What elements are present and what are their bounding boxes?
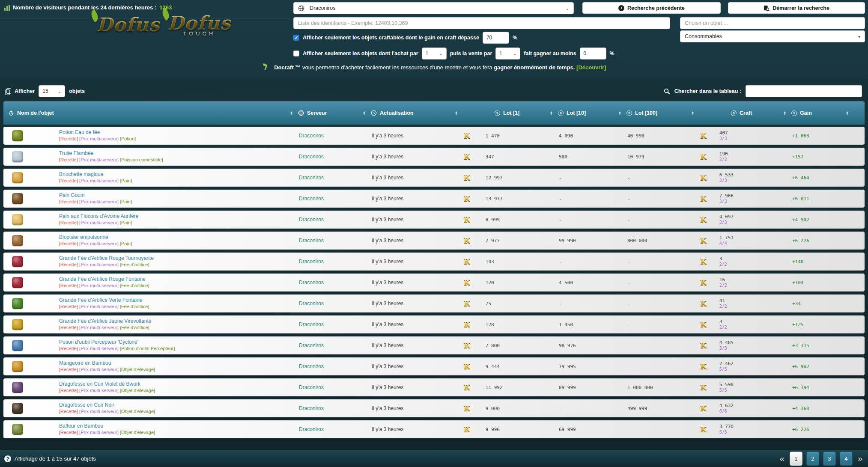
item-name-link[interactable]: Truite Flambée [59,150,292,157]
item-tag[interactable]: [Objet d'élevage] [120,367,155,372]
item-tag[interactable]: [Fée d'artifice] [120,262,149,267]
item-tag[interactable]: [Prix multi-serveur] [79,220,119,225]
discover-link[interactable]: [Découvrir] [576,64,606,71]
item-tag[interactable]: [Potion d'oubli Percepteur] [120,346,175,351]
item-tag[interactable]: [Fée d'artifice] [120,325,149,330]
item-tag[interactable]: [Prix multi-serveur] [79,388,119,393]
sort-icon[interactable]: ▲▼ [618,111,621,115]
page-button[interactable]: 4 [840,452,853,466]
item-tag[interactable]: [Prix multi-serveur] [79,136,119,141]
item-name-link[interactable]: Grande Fée d'Artifice Rouge Fontaine [59,276,292,283]
resale-gain-input[interactable]: 0 [580,48,606,59]
item-tag[interactable]: [Prix multi-serveur] [79,304,119,309]
column-header-gain[interactable]: $ Gain ▲▼ [789,101,851,125]
last-page-icon[interactable]: » [856,454,864,464]
item-tag[interactable]: [Recette] [59,241,78,246]
item-tag[interactable]: [Potion] [120,136,136,141]
item-tag[interactable]: [Prix multi-serveur] [79,157,119,162]
previous-search-button[interactable]: ‹ Recherche précédente [582,2,721,14]
item-tag[interactable]: [Prix multi-serveur] [79,241,119,246]
item-tag[interactable]: [Recette] [59,220,78,225]
item-tag[interactable]: [Prix multi-serveur] [79,283,119,288]
craft-gain-input[interactable]: 70 [483,32,509,44]
resale-filter-checkbox[interactable] [293,51,299,57]
item-tag[interactable]: [Prix multi-serveur] [79,199,119,204]
page-button[interactable]: 2 [806,452,819,466]
sell-lot-select[interactable]: 1⌄ [495,48,520,59]
item-name-link[interactable]: Briochette magique [59,171,292,178]
item-tag[interactable]: [Prix multi-serveur] [79,346,119,351]
globe-icon [298,5,304,12]
item-tag[interactable]: [Poisson comestible] [120,157,163,162]
item-name-link[interactable]: Grande Fée d'Artifice Verte Fontaine [59,297,292,303]
item-name-link[interactable]: Mangeoire en Bambou [59,360,292,366]
page-button[interactable]: 1 [790,452,802,466]
item-tag[interactable]: [Recette] [59,199,78,204]
item-tag[interactable]: [Recette] [59,136,78,141]
item-name-link[interactable]: Potion Eau de fée [59,129,292,136]
item-tag[interactable]: [Fée d'artifice] [120,304,149,309]
item-name-link[interactable]: Dragofesse en Cuir Noir [59,402,292,408]
page-size-select[interactable]: 15⌄ [39,85,65,97]
sort-icon[interactable]: ▲▼ [363,111,366,115]
updated-cell: Il y'a 3 heures [368,363,460,369]
server-select[interactable]: Draconiros ⌄ [293,2,574,14]
item-tag[interactable]: [Recette] [59,346,78,351]
column-header-lot1[interactable]: $ Lot [1] ▲▼ [460,101,555,125]
item-tag[interactable]: [Recette] [59,157,78,162]
item-tag[interactable]: [Recette] [59,367,78,372]
table-search-input[interactable] [746,85,862,97]
item-tag[interactable]: [Recette] [59,430,78,435]
sort-icon[interactable]: ▲▼ [455,111,458,115]
item-tag[interactable]: [Prix multi-serveur] [79,262,119,267]
gain-cell: +6 982 [789,364,851,369]
item-name-link[interactable]: Grande Fée d'Artifice Jaune Virevoltante [59,318,292,324]
item-name-link[interactable]: Grande Fée d'Artifice Rouge Tournoyante [59,255,292,262]
item-name-link[interactable]: Pain aux Flocons d'Avoine Aurifère [59,213,292,220]
item-tag[interactable]: [Objet d'élevage] [120,388,155,393]
item-tag[interactable]: [Objet d'élevage] [120,409,155,414]
page-button[interactable]: 3 [823,452,836,466]
item-tag[interactable]: [Pain] [120,199,132,204]
column-header-updated[interactable]: Actualisation ▲▼ [368,101,460,125]
item-tag[interactable]: [Prix multi-serveur] [79,178,119,183]
sort-icon[interactable]: ▲▼ [691,111,694,115]
sort-icon[interactable]: ▲▼ [550,111,553,115]
item-tag[interactable]: [Fée d'artifice] [120,283,149,288]
item-tag[interactable]: [Objet d'élevage] [120,430,155,435]
identifiers-input[interactable]: Liste des identifiants - Exemple: 12403,… [293,17,670,29]
item-tag[interactable]: [Prix multi-serveur] [79,430,119,435]
item-tag[interactable]: [Recette] [59,178,78,183]
item-tag[interactable]: [Prix multi-serveur] [79,367,119,372]
sort-icon[interactable]: ▲▼ [290,111,293,115]
item-tag[interactable]: [Pain] [120,220,132,225]
sort-icon[interactable]: ▲▼ [783,111,786,115]
column-header-lot10[interactable]: $ Lot [10] ▲▼ [555,101,624,125]
choose-object-input[interactable]: Choisir un objet ... [680,17,865,29]
column-header-lot100[interactable]: $ Lot [100] ▲▼ [624,101,697,125]
item-name-link[interactable]: Baffeur en Bambou [59,423,292,429]
item-tag[interactable]: [Prix multi-serveur] [79,409,119,414]
item-tag[interactable]: [Recette] [59,409,78,414]
craft-filter-checkbox[interactable]: ✓ [293,35,299,41]
item-tag[interactable]: [Recette] [59,283,78,288]
category-select[interactable]: Consommables ▾ [680,30,865,42]
column-header-name[interactable]: Nom de l'objet ▲▼ [3,101,295,125]
item-name-link[interactable]: Dragofesse en Cuir Violet de Bwork [59,381,292,387]
start-search-button[interactable]: Démarrer la recherche [728,2,865,14]
item-name-link[interactable]: Blopisier empoisonné [59,234,292,241]
item-tag[interactable]: [Pain] [120,178,132,183]
item-tag[interactable]: [Prix multi-serveur] [79,325,119,330]
first-page-icon[interactable]: « [779,454,786,464]
item-tag[interactable]: [Recette] [59,262,78,267]
column-header-server[interactable]: Serveur ▲▼ [295,101,368,125]
buy-lot-select[interactable]: 1⌄ [422,48,447,59]
item-tag[interactable]: [Recette] [59,304,78,309]
item-name-link[interactable]: Pain Gouin [59,192,292,199]
sort-icon[interactable]: ▲▼ [846,111,849,115]
column-header-craft[interactable]: $ Craft ▲▼ [697,101,789,125]
item-name-link[interactable]: Potion d'oubli Percepteur 'Cyclone' [59,339,292,345]
item-tag[interactable]: [Recette] [59,325,78,330]
item-tag[interactable]: [Recette] [59,388,78,393]
item-tag[interactable]: [Pain] [120,241,132,246]
